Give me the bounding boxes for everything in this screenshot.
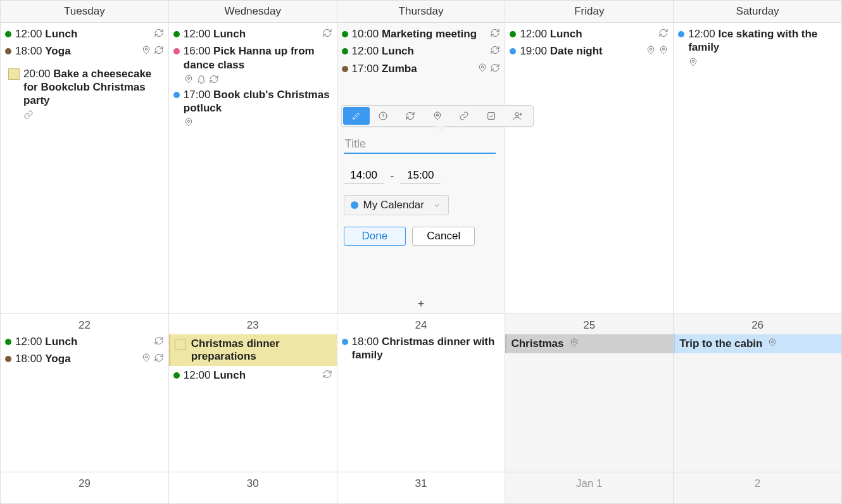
- event[interactable]: 17:00 Zumba: [342, 61, 501, 76]
- event-dot: [5, 356, 11, 362]
- event-time-from-input[interactable]: [344, 168, 384, 184]
- day-cell[interactable]: 2: [674, 472, 842, 504]
- day-cell[interactable]: 25 Christmas: [505, 314, 674, 472]
- event[interactable]: 18:00 Yoga: [5, 44, 164, 58]
- allday-event[interactable]: Christmas: [505, 334, 673, 353]
- calendar-select[interactable]: My Calendar: [344, 195, 449, 215]
- event-dot: [510, 31, 516, 37]
- svg-point-7: [515, 113, 518, 116]
- svg-point-5: [436, 114, 438, 116]
- event-dot: [678, 31, 684, 37]
- date-label: 26: [678, 319, 837, 332]
- event-title-input[interactable]: [344, 135, 496, 154]
- location-icon: [688, 57, 698, 67]
- event-dot: [173, 372, 180, 379]
- day-cell[interactable]: 29: [1, 472, 169, 504]
- popup-tab-location[interactable]: [424, 107, 451, 125]
- recur-icon: [658, 28, 669, 38]
- done-button[interactable]: Done: [344, 227, 406, 246]
- event-dot: [5, 339, 11, 345]
- day-cell[interactable]: Jan 1: [505, 472, 674, 504]
- day-cell[interactable]: 12:00 Ice skating with the family: [674, 23, 842, 314]
- svg-rect-6: [487, 113, 494, 120]
- date-label: 29: [5, 477, 164, 490]
- popup-tab-edit[interactable]: [343, 107, 370, 125]
- event[interactable]: 16:00 Pick Hanna up from dance class: [173, 44, 332, 85]
- calendar-select-label: My Calendar: [363, 199, 424, 211]
- date-label: 30: [173, 477, 332, 490]
- location-icon: [477, 63, 487, 73]
- location-icon: [646, 45, 656, 55]
- popup-tab-checklist[interactable]: [477, 107, 505, 125]
- day-cell-active[interactable]: 10:00 Marketing meeting 12:00 Lunch 17:0…: [337, 23, 506, 314]
- event-dot: [342, 31, 348, 37]
- event-dot: [173, 31, 180, 37]
- weekday-header: Wednesday: [169, 1, 337, 23]
- event[interactable]: 12:00 Lunch: [5, 334, 164, 349]
- recur-icon: [154, 45, 164, 55]
- event[interactable]: 12:00 Lunch: [342, 44, 501, 58]
- event[interactable]: 12:00 Ice skating with the family: [678, 27, 837, 68]
- person-add-icon: [513, 111, 523, 121]
- chevron-down-icon: [432, 200, 442, 210]
- day-cell[interactable]: 26 Trip to the cabin: [674, 314, 842, 472]
- day-cell[interactable]: 12:00 Lunch 18:00 Yoga: [1, 23, 169, 314]
- popup-tab-recur[interactable]: [397, 107, 424, 125]
- recur-icon: [405, 111, 415, 121]
- svg-point-3: [482, 66, 484, 68]
- event[interactable]: 12:00 Lunch: [173, 27, 332, 41]
- weekday-header: Tuesday: [1, 1, 169, 23]
- event[interactable]: 18:00 Yoga: [5, 351, 164, 366]
- recur-icon: [322, 369, 332, 379]
- task-swatch: [8, 68, 20, 80]
- event-time-to-input[interactable]: [400, 168, 441, 184]
- event-dot: [342, 66, 348, 72]
- allday-event[interactable]: Trip to the cabin: [674, 334, 841, 353]
- event[interactable]: 12:00 Lunch: [5, 27, 164, 41]
- clock-icon: [378, 111, 388, 121]
- calendar-grid: Tuesday Wednesday Thursday Friday Saturd…: [0, 0, 842, 504]
- week-row: 29 30 31 Jan 1 2: [1, 472, 842, 504]
- svg-point-2: [187, 120, 189, 122]
- task-swatch: [175, 339, 186, 350]
- svg-point-0: [145, 48, 147, 50]
- weekday-header-row: Tuesday Wednesday Thursday Friday Saturd…: [1, 1, 842, 23]
- event-dot: [510, 48, 516, 54]
- date-label: 23: [173, 319, 332, 332]
- day-cell[interactable]: 24 18:00 Christmas dinner with family: [337, 314, 506, 472]
- recur-icon: [490, 45, 500, 55]
- popup-tab-link[interactable]: [451, 107, 478, 125]
- link-icon: [23, 110, 34, 120]
- day-cell[interactable]: 23 Christmas dinner preparations 12:00 L…: [169, 314, 337, 472]
- day-cell[interactable]: 22 12:00 Lunch 18:00 Yoga: [1, 314, 169, 472]
- event-dot: [173, 48, 180, 54]
- event[interactable]: 19:00 Date night: [510, 44, 669, 58]
- event-dot: [173, 92, 180, 98]
- location-icon: [569, 337, 579, 348]
- calendar-dot: [351, 201, 358, 209]
- task-event[interactable]: 20:00 Bake a cheesecake for Bookclub Chr…: [5, 65, 164, 122]
- recur-icon: [322, 28, 332, 38]
- popup-tab-time[interactable]: [370, 107, 397, 125]
- event[interactable]: 18:00 Christmas dinner with family: [342, 334, 501, 363]
- day-cell[interactable]: 30: [169, 472, 337, 504]
- day-cell[interactable]: 31: [337, 472, 506, 504]
- add-event-button[interactable]: +: [418, 298, 425, 311]
- event[interactable]: 12:00 Lunch: [173, 368, 332, 382]
- bell-icon: [196, 74, 206, 84]
- recur-icon: [154, 28, 164, 38]
- popup-tab-attendees[interactable]: [505, 107, 532, 125]
- week-row: 12:00 Lunch 18:00 Yoga: [1, 23, 842, 314]
- date-label: 2: [678, 477, 837, 490]
- event-dot: [5, 48, 11, 54]
- day-cell[interactable]: 12:00 Lunch 16:00 Pick Hanna up from dan…: [169, 23, 337, 314]
- weekday-header: Thursday: [337, 1, 506, 23]
- recur-icon: [154, 353, 164, 363]
- event[interactable]: 12:00 Lunch: [510, 27, 669, 41]
- quick-add-popup: - My Calendar Done Cancel: [341, 105, 534, 246]
- event[interactable]: 10:00 Marketing meeting: [342, 27, 501, 41]
- time-dash: -: [391, 170, 394, 182]
- allday-event[interactable]: Christmas dinner preparations: [169, 334, 337, 366]
- event[interactable]: 17:00 Book club's Christmas potluck: [173, 87, 332, 129]
- cancel-button[interactable]: Cancel: [412, 227, 475, 246]
